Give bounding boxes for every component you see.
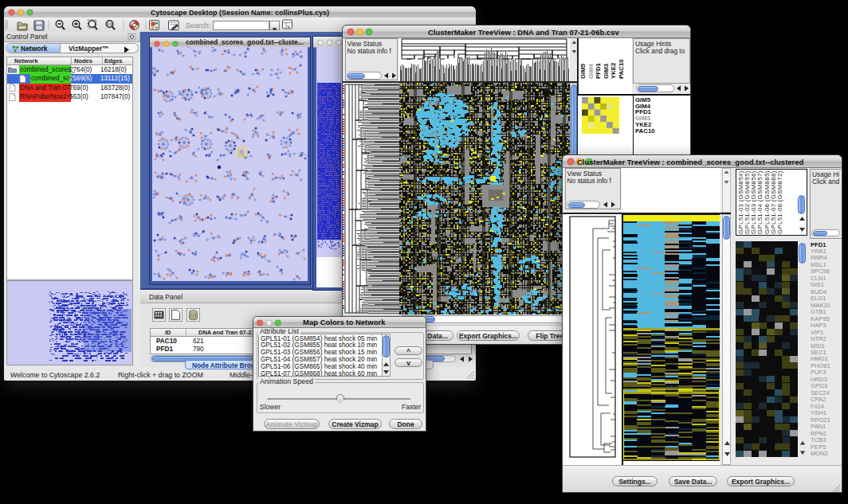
svg-text:1:1: 1:1 xyxy=(107,22,112,26)
